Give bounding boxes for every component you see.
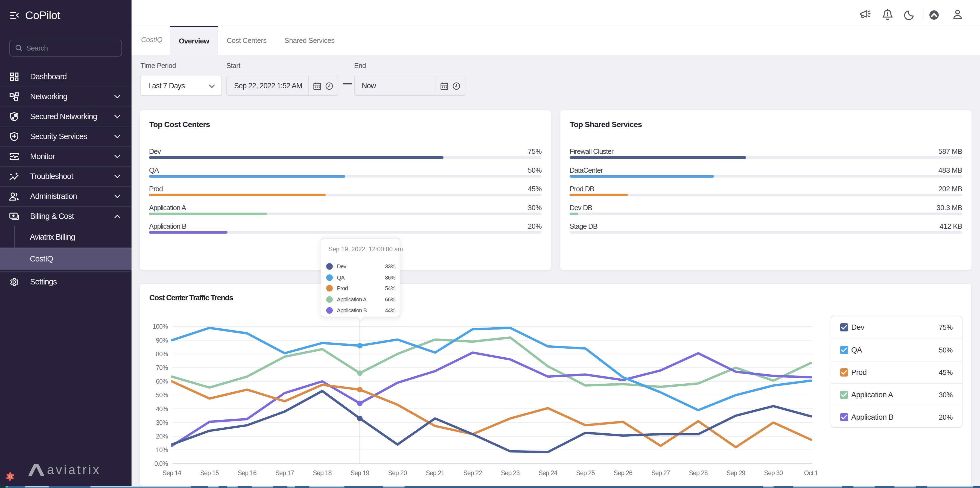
svg-text:Sep 27: Sep 27 <box>651 469 670 477</box>
svg-text:Sep 20: Sep 20 <box>388 469 407 477</box>
svg-text:Sep 14: Sep 14 <box>162 469 181 477</box>
svg-text:Sep 19: Sep 19 <box>350 469 369 477</box>
svg-text:Sep 30: Sep 30 <box>764 469 783 477</box>
svg-text:30%: 30% <box>156 419 168 426</box>
svg-text:Sep 25: Sep 25 <box>576 469 595 477</box>
svg-text:80%: 80% <box>156 350 168 358</box>
svg-text:Sep 17: Sep 17 <box>275 469 294 477</box>
svg-text:Sep 26: Sep 26 <box>614 469 632 477</box>
svg-text:Sep 16: Sep 16 <box>238 469 256 477</box>
svg-text:40%: 40% <box>156 406 168 413</box>
svg-text:0.0%: 0.0% <box>154 460 168 467</box>
svg-text:50%: 50% <box>156 391 168 399</box>
svg-text:Sep 21: Sep 21 <box>426 469 444 477</box>
svg-text:Oct 1: Oct 1 <box>804 469 818 477</box>
svg-text:Sep 24: Sep 24 <box>539 469 558 477</box>
svg-text:Sep 18: Sep 18 <box>313 469 331 477</box>
svg-text:10%: 10% <box>156 447 168 453</box>
svg-text:100%: 100% <box>153 323 168 330</box>
svg-text:Sep 29: Sep 29 <box>727 469 745 477</box>
svg-text:Sep 23: Sep 23 <box>501 469 520 477</box>
svg-text:Sep 15: Sep 15 <box>200 469 219 477</box>
svg-text:Sep 28: Sep 28 <box>689 469 708 477</box>
svg-text:70%: 70% <box>156 364 168 371</box>
svg-text:Sep 22: Sep 22 <box>463 469 482 477</box>
svg-text:90%: 90% <box>156 337 168 344</box>
svg-text:60%: 60% <box>156 378 168 385</box>
svg-text:20%: 20% <box>156 433 168 440</box>
